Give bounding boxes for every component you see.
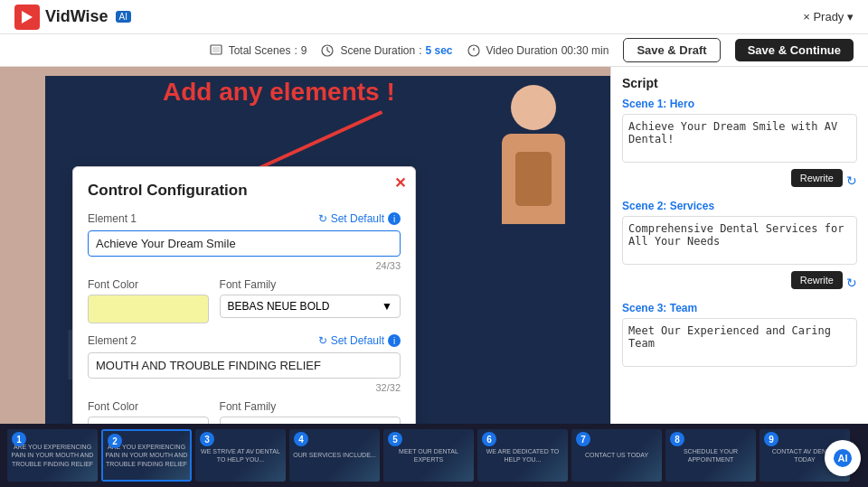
filmstrip-thumb-7[interactable]: 7CONTACT US TODAY xyxy=(571,429,662,482)
chevron-down-icon2: ▼ xyxy=(382,422,392,424)
scene2-textarea[interactable] xyxy=(622,216,857,265)
thumb-text-3: WE STRIVE AT AV DENTAL TO HELP YOU... xyxy=(195,445,286,465)
scene-duration-label: Scene Duration xyxy=(340,44,415,57)
set-default2-button[interactable]: ↻ Set Default i xyxy=(318,334,401,347)
logo-ai-badge: AI xyxy=(116,11,131,23)
rewrite2-button[interactable]: Rewrite xyxy=(791,271,843,289)
font-family2-col: Font Family BEBAS NEUE BOLD ▼ xyxy=(220,400,401,424)
font-family1-col: Font Family BEBAS NEUE BOLD ▼ xyxy=(220,278,401,323)
rewrite1-container: Rewrite ↻ xyxy=(622,169,857,192)
filmstrip-thumb-6[interactable]: 6WE ARE DEDICATED TO HELP YOU... xyxy=(477,429,568,482)
thumb-number-2: 2 xyxy=(108,434,122,448)
svg-marker-0 xyxy=(22,11,33,23)
svg-line-5 xyxy=(327,51,330,52)
element1-style-row: Font Color Font Family BEBAS NEUE BOLD ▼ xyxy=(88,278,401,323)
font-family1-value: BEBAS NEUE BOLD xyxy=(228,300,330,313)
logo-text: VidWise xyxy=(45,7,108,26)
svg-rect-2 xyxy=(212,47,220,52)
script-title: Script xyxy=(622,76,857,90)
thumb-text-4: OUR SERVICES INCLUDE... xyxy=(291,449,377,461)
set-default1-button[interactable]: ↻ Set Default i xyxy=(318,212,401,225)
scene-duration-info: Scene Duration : 5 sec xyxy=(321,44,452,57)
topbar: VidWise AI × Prady ▾ xyxy=(0,0,868,34)
scene3-label: Scene 3: Team xyxy=(622,302,857,314)
element2-input[interactable] xyxy=(88,352,401,379)
scene3-textarea[interactable] xyxy=(622,318,857,367)
thumb-number-9: 9 xyxy=(764,432,778,446)
font-family2-value: BEBAS NEUE BOLD xyxy=(228,422,330,424)
total-scenes-info: Total Scenes : 9 xyxy=(210,44,307,57)
refresh-icon: ↻ xyxy=(318,212,327,225)
thumb-number-7: 7 xyxy=(576,432,590,446)
filmstrip-thumb-2[interactable]: 2ARE YOU EXPERIENCING PAIN IN YOUR MOUTH… xyxy=(101,429,192,482)
rewrite1-button[interactable]: Rewrite xyxy=(791,169,843,187)
video-duration-info: Video Duration 00:30 min xyxy=(467,44,609,57)
svg-text:AI: AI xyxy=(838,453,848,464)
video-duration-label: Video Duration xyxy=(486,44,558,57)
font-family2-label: Font Family xyxy=(220,400,401,413)
refresh-icon2: ↻ xyxy=(318,334,327,347)
rewrite2-container: Rewrite ↻ xyxy=(622,271,857,295)
scene1-textarea[interactable] xyxy=(622,114,857,163)
save-draft-button[interactable]: Save & Draft xyxy=(623,38,720,62)
logo-icon xyxy=(14,5,40,30)
ai-chat-button[interactable]: AI xyxy=(825,440,861,476)
save-continue-button[interactable]: Save & Continue xyxy=(735,39,854,61)
control-configuration-modal: Control Configuration ✕ Element 1 ↻ Set … xyxy=(72,166,416,424)
scene-duration-value: 5 sec xyxy=(425,44,452,57)
thumb-number-4: 4 xyxy=(294,432,308,446)
font-color2-col: Font Color xyxy=(88,400,209,424)
thumb-text-8: SCHEDULE YOUR APPOINTMENT xyxy=(665,445,756,465)
modal-close-button[interactable]: ✕ xyxy=(394,174,406,192)
set-default2-label: Set Default xyxy=(331,334,384,347)
total-scenes-label: Total Scenes xyxy=(229,44,291,57)
thumb-number-1: 1 xyxy=(12,432,26,446)
element2-char-count: 32/32 xyxy=(88,382,401,393)
user-area[interactable]: × Prady ▾ xyxy=(803,10,854,23)
font-color1-swatch[interactable] xyxy=(88,295,209,323)
thumb-number-6: 6 xyxy=(482,432,496,446)
info-icon1: i xyxy=(388,212,401,225)
chevron-down-icon: ▼ xyxy=(382,300,392,313)
set-default1-label: Set Default xyxy=(331,212,384,225)
video-duration-value: 00:30 min xyxy=(561,44,609,57)
element2-style-row: Font Color Font Family BEBAS NEUE BOLD ▼ xyxy=(88,400,401,424)
add-elements-annotation: Add any elements ! xyxy=(163,78,395,107)
refresh-blue-icon2: ↻ xyxy=(846,276,857,290)
user-label: × Prady ▾ xyxy=(803,10,854,23)
scene1-label: Scene 1: Hero xyxy=(622,98,857,110)
character-illustration xyxy=(484,85,583,248)
font-color1-label: Font Color xyxy=(88,278,209,291)
element2-label-row: Element 2 ↻ Set Default i xyxy=(88,334,401,347)
filmstrip-thumb-3[interactable]: 3WE STRIVE AT AV DENTAL TO HELP YOU... xyxy=(195,429,286,482)
thumb-text-5: MEET OUR DENTAL EXPERTS xyxy=(383,445,474,465)
thumb-text-7: CONTACT US TODAY xyxy=(583,449,650,461)
filmstrip-thumb-8[interactable]: 8SCHEDULE YOUR APPOINTMENT xyxy=(665,429,756,482)
logo-area: VidWise AI xyxy=(14,5,131,30)
thumb-number-5: 5 xyxy=(388,432,402,446)
info-icon2: i xyxy=(388,334,401,347)
element1-input[interactable] xyxy=(88,230,401,257)
font-color1-col: Font Color xyxy=(88,278,209,323)
element1-label-row: Element 1 ↻ Set Default i xyxy=(88,212,401,225)
font-family2-select[interactable]: BEBAS NEUE BOLD ▼ xyxy=(220,417,401,424)
preview-area: Add any elements ! H CING P xyxy=(0,67,610,424)
font-family1-select[interactable]: BEBAS NEUE BOLD ▼ xyxy=(220,295,401,318)
filmstrip: 1ARE YOU EXPERIENCING PAIN IN YOUR MOUTH… xyxy=(0,424,868,487)
font-color2-swatch[interactable] xyxy=(88,417,209,424)
element1-char-count: 24/33 xyxy=(88,260,401,271)
font-family1-label: Font Family xyxy=(220,278,401,291)
filmstrip-thumb-5[interactable]: 5MEET OUR DENTAL EXPERTS xyxy=(383,429,474,482)
refresh-blue-icon1: ↻ xyxy=(846,173,857,188)
subbar: Total Scenes : 9 Scene Duration : 5 sec … xyxy=(0,34,868,67)
scene2-label: Scene 2: Services xyxy=(622,200,857,212)
total-scenes-value: 9 xyxy=(301,44,307,57)
modal-title: Control Configuration xyxy=(88,182,401,200)
element1-label: Element 1 xyxy=(88,212,137,225)
filmstrip-thumb-4[interactable]: 4OUR SERVICES INCLUDE... xyxy=(289,429,380,482)
font-color2-label: Font Color xyxy=(88,400,209,413)
subbar-info: Total Scenes : 9 Scene Duration : 5 sec … xyxy=(210,44,609,57)
element2-label: Element 2 xyxy=(88,334,137,347)
filmstrip-thumb-1[interactable]: 1ARE YOU EXPERIENCING PAIN IN YOUR MOUTH… xyxy=(7,429,98,482)
thumb-number-8: 8 xyxy=(670,432,684,446)
